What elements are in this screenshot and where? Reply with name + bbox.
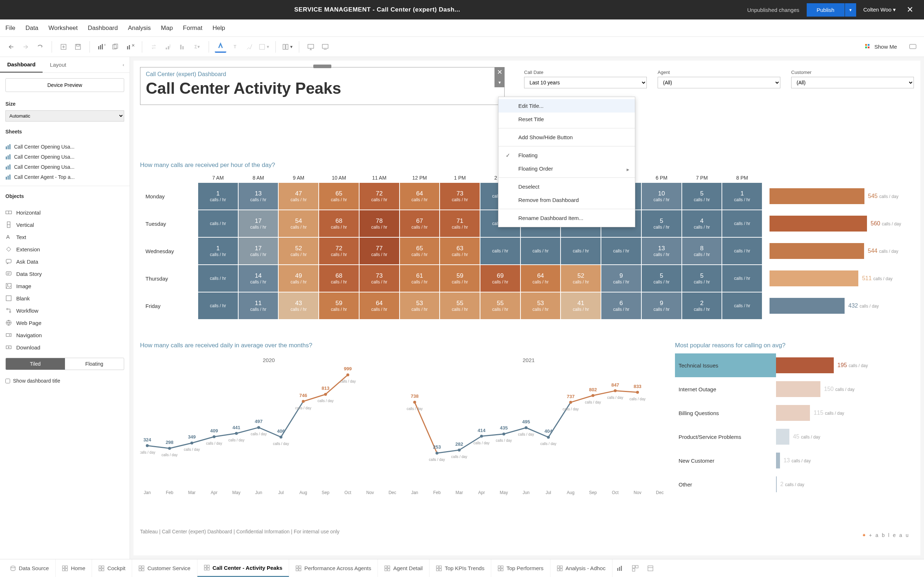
labels-icon[interactable]: T <box>229 41 241 53</box>
dropdown-icon[interactable]: ▾ <box>494 77 505 87</box>
object-workflow[interactable]: Workflow <box>0 305 129 317</box>
agent-filter[interactable]: (All) <box>657 77 780 89</box>
sheet-item[interactable]: Call Center Agent - Top a... <box>5 172 124 182</box>
heatmap-cell[interactable]: calls / hr <box>480 237 520 265</box>
object-extension[interactable]: Extension <box>0 243 129 255</box>
tab-top-kpis-trends[interactable]: Top KPIs Trends <box>430 559 491 577</box>
heatmap-cell[interactable]: 13calls / hr <box>238 182 279 210</box>
heatmap-cell[interactable]: 9calls / hr <box>641 292 682 319</box>
tab-customer-service[interactable]: Customer Service <box>132 559 197 577</box>
heatmap-cell[interactable]: calls / hr <box>520 237 561 265</box>
heatmap-cell[interactable]: 17calls / hr <box>238 237 279 265</box>
tiled-button[interactable]: Tiled <box>6 358 65 370</box>
total-bar[interactable] <box>769 216 867 232</box>
size-select[interactable]: Automatic <box>5 110 124 121</box>
total-bar[interactable] <box>769 243 864 259</box>
tab-performance-across-agents[interactable]: Performance Across Agents <box>289 559 378 577</box>
heatmap-cell[interactable]: 72calls / hr <box>359 182 399 210</box>
menu-analysis[interactable]: Analysis <box>128 24 150 32</box>
heatmap-cell[interactable]: 59calls / hr <box>439 265 480 292</box>
heatmap-cell[interactable]: 77calls / hr <box>359 237 399 265</box>
tab-agent-detail[interactable]: Agent Detail <box>378 559 430 577</box>
reason-label[interactable]: Technical Issues <box>675 353 776 377</box>
object-navigation[interactable]: Navigation <box>0 329 129 341</box>
reason-label[interactable]: Billing Questions <box>675 401 776 425</box>
highlight-icon[interactable] <box>215 41 226 53</box>
reason-label[interactable]: Internet Outage <box>675 377 776 401</box>
close-icon[interactable]: ✕ <box>494 67 505 77</box>
heatmap-cell[interactable]: 64calls / hr <box>359 292 399 319</box>
heatmap-cell[interactable]: 55calls / hr <box>439 292 480 319</box>
heatmap-cell[interactable]: 43calls / hr <box>278 292 319 319</box>
annotate-icon[interactable] <box>244 41 255 53</box>
heatmap-cell[interactable]: 13calls / hr <box>641 237 682 265</box>
object-data-story[interactable]: Data Story <box>0 268 129 280</box>
heatmap-cell[interactable]: calls / hr <box>722 292 762 319</box>
collapse-panel-icon[interactable]: ‹ <box>117 62 129 68</box>
tab-dashboard[interactable]: Dashboard <box>0 57 43 73</box>
heatmap-cell[interactable]: 54calls / hr <box>278 210 319 237</box>
heatmap-cell[interactable]: 17calls / hr <box>238 210 279 237</box>
sort-asc-icon[interactable] <box>162 41 174 53</box>
menu-dashboard[interactable]: Dashboard <box>88 24 118 32</box>
menu-format[interactable]: Format <box>183 24 202 32</box>
sheet-item[interactable]: Call Center Opening Usa... <box>5 142 124 152</box>
dashboard-title-container[interactable]: ✕ ▾ Call Center (expert) Dashboard Call … <box>140 67 505 105</box>
data-source-tab[interactable]: Data Source <box>3 559 56 577</box>
heatmap-cell[interactable]: 6calls / hr <box>601 292 641 319</box>
object-ask-data[interactable]: Ask Data <box>0 255 129 268</box>
menu-help[interactable]: Help <box>213 24 225 32</box>
heatmap-cell[interactable]: 47calls / hr <box>278 182 319 210</box>
new-story-icon[interactable] <box>643 565 658 572</box>
heatmap-cell[interactable]: 4calls / hr <box>682 210 722 237</box>
reason-label[interactable]: New Customer <box>675 449 776 472</box>
heatmap-cell[interactable]: 73calls / hr <box>359 265 399 292</box>
fit-icon[interactable]: ▾ <box>258 41 270 53</box>
heatmap-cell[interactable]: 2calls / hr <box>682 292 722 319</box>
heatmap-cell[interactable]: 65calls / hr <box>319 182 359 210</box>
heatmap-cell[interactable]: 52calls / hr <box>561 265 601 292</box>
ctx-edit-title-[interactable]: Edit Title... <box>498 99 635 113</box>
heatmap-cell[interactable]: 8calls / hr <box>682 237 722 265</box>
heatmap-cell[interactable]: 63calls / hr <box>439 237 480 265</box>
tab-top-performers[interactable]: Top Performers <box>491 559 551 577</box>
heatmap-cell[interactable]: 71calls / hr <box>439 210 480 237</box>
swap-icon[interactable] <box>148 41 160 53</box>
new-sheet-icon[interactable] <box>612 565 628 572</box>
duplicate-icon[interactable] <box>110 41 122 53</box>
object-image[interactable]: Image <box>0 280 129 292</box>
total-bar[interactable] <box>769 271 858 286</box>
reason-label[interactable]: Product/Service Problems <box>675 425 776 449</box>
save-icon[interactable] <box>72 41 84 53</box>
ctx-floating[interactable]: ✓Floating <box>498 148 635 162</box>
heatmap-cell[interactable]: 53calls / hr <box>520 292 561 319</box>
menu-data[interactable]: Data <box>25 24 38 32</box>
heatmap-cell[interactable]: 55calls / hr <box>480 292 520 319</box>
sheet-item[interactable]: Call Center Opening Usa... <box>5 152 124 162</box>
heatmap-cell[interactable]: 61calls / hr <box>399 265 440 292</box>
reason-bar[interactable] <box>776 429 789 445</box>
heatmap-cell[interactable]: 65calls / hr <box>399 237 440 265</box>
heatmap-cell[interactable]: 64calls / hr <box>399 182 440 210</box>
sheet-item[interactable]: Call Center Opening Usa... <box>5 162 124 172</box>
reason-bar[interactable] <box>776 405 810 421</box>
heatmap-cell[interactable]: 5calls / hr <box>682 182 722 210</box>
heatmap-cell[interactable]: calls / hr <box>601 237 641 265</box>
heatmap-cell[interactable]: calls / hr <box>198 210 238 237</box>
ctx-floating-order[interactable]: Floating Order▸ <box>498 162 635 175</box>
menu-map[interactable]: Map <box>161 24 173 32</box>
drag-handle[interactable] <box>313 64 331 68</box>
tab-home[interactable]: Home <box>56 559 92 577</box>
heatmap-cell[interactable]: 49calls / hr <box>278 265 319 292</box>
heatmap-cell[interactable]: 73calls / hr <box>439 182 480 210</box>
heatmap-cell[interactable]: calls / hr <box>722 237 762 265</box>
reason-label[interactable]: Other <box>675 472 776 496</box>
heatmap-cell[interactable]: 69calls / hr <box>480 265 520 292</box>
heatmap-cell[interactable]: 72calls / hr <box>319 237 359 265</box>
publish-button[interactable]: Publish <box>807 3 845 16</box>
publish-dropdown[interactable]: ▾ <box>845 3 856 16</box>
tab-call-center-activity-peaks[interactable]: Call Center - Activity Peaks <box>197 559 289 577</box>
heatmap-cell[interactable]: 1calls / hr <box>198 237 238 265</box>
heatmap-cell[interactable]: 78calls / hr <box>359 210 399 237</box>
object-blank[interactable]: Blank <box>0 292 129 305</box>
